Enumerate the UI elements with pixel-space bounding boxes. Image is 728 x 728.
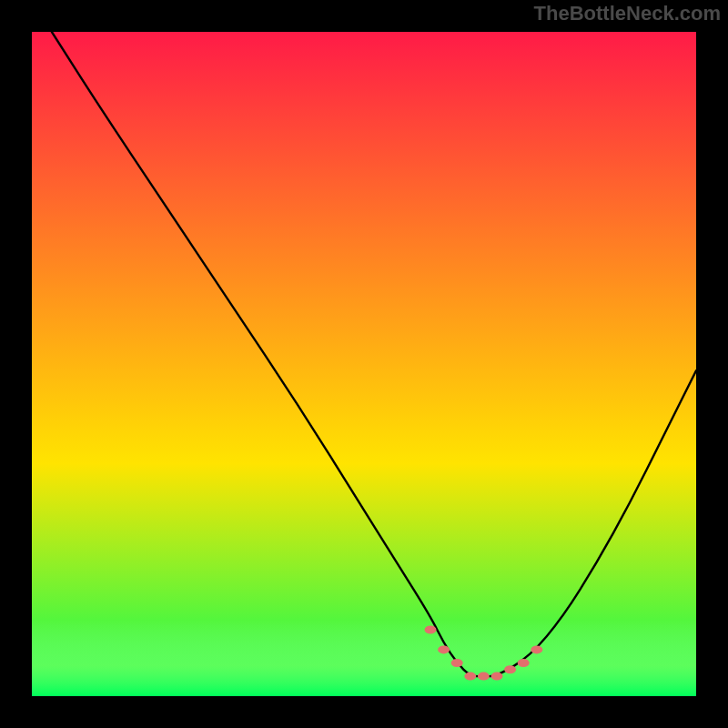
optimal-dot [531,645,542,653]
watermark-text: TheBottleNeck.com [534,2,721,25]
green-bottom-band [32,620,696,696]
bottleneck-chart [32,32,696,696]
optimal-dot [478,672,490,681]
plot-area [32,32,696,696]
gradient-background [32,32,696,696]
optimal-dot [425,626,437,634]
optimal-dot [491,672,503,681]
optimal-dot [451,659,463,667]
optimal-dot [464,672,476,681]
optimal-dot [438,645,450,653]
chart-frame: TheBottleNeck.com [0,0,728,728]
optimal-dot [518,659,530,667]
optimal-dot [504,665,516,673]
